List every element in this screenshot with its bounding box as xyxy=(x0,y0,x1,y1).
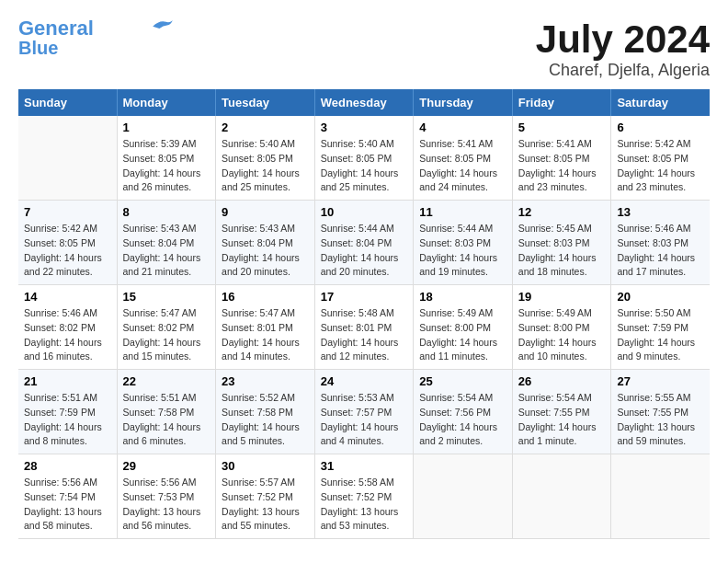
day-info: Sunrise: 5:46 AMSunset: 8:02 PMDaylight:… xyxy=(24,306,111,364)
day-cell xyxy=(414,454,513,539)
week-row-1: 1Sunrise: 5:39 AMSunset: 8:05 PMDaylight… xyxy=(18,116,710,201)
day-cell: 8Sunrise: 5:43 AMSunset: 8:04 PMDaylight… xyxy=(117,201,216,285)
day-cell: 14Sunrise: 5:46 AMSunset: 8:02 PMDayligh… xyxy=(18,285,117,370)
day-info: Sunrise: 5:41 AMSunset: 8:05 PMDaylight:… xyxy=(419,137,506,195)
day-info: Sunrise: 5:54 AMSunset: 7:55 PMDaylight:… xyxy=(518,391,606,449)
day-info: Sunrise: 5:54 AMSunset: 7:56 PMDaylight:… xyxy=(419,391,506,449)
calendar-table: SundayMondayTuesdayWednesdayThursdayFrid… xyxy=(18,89,710,539)
day-number: 27 xyxy=(617,374,704,388)
day-number: 20 xyxy=(617,290,704,304)
day-cell: 23Sunrise: 5:52 AMSunset: 7:58 PMDayligh… xyxy=(216,370,315,454)
weekday-header-saturday: Saturday xyxy=(611,89,710,116)
day-cell: 21Sunrise: 5:51 AMSunset: 7:59 PMDayligh… xyxy=(18,370,117,454)
weekday-header-row: SundayMondayTuesdayWednesdayThursdayFrid… xyxy=(18,89,710,116)
day-cell: 18Sunrise: 5:49 AMSunset: 8:00 PMDayligh… xyxy=(414,285,513,370)
day-number: 2 xyxy=(222,121,309,134)
day-cell: 16Sunrise: 5:47 AMSunset: 8:01 PMDayligh… xyxy=(216,285,315,370)
day-cell: 26Sunrise: 5:54 AMSunset: 7:55 PMDayligh… xyxy=(512,370,611,454)
weekday-header-tuesday: Tuesday xyxy=(216,89,315,116)
day-number: 3 xyxy=(321,121,408,134)
weekday-header-sunday: Sunday xyxy=(18,89,117,116)
day-cell: 15Sunrise: 5:47 AMSunset: 8:02 PMDayligh… xyxy=(117,285,216,370)
day-cell xyxy=(611,454,710,539)
day-number: 5 xyxy=(518,121,606,134)
day-cell: 12Sunrise: 5:45 AMSunset: 8:03 PMDayligh… xyxy=(512,201,611,285)
title-area: July 2024 Charef, Djelfa, Algeria xyxy=(536,18,710,80)
day-info: Sunrise: 5:44 AMSunset: 8:04 PMDaylight:… xyxy=(321,222,408,280)
day-number: 23 xyxy=(222,374,309,388)
day-info: Sunrise: 5:49 AMSunset: 8:00 PMDaylight:… xyxy=(518,306,606,364)
day-cell: 11Sunrise: 5:44 AMSunset: 8:03 PMDayligh… xyxy=(414,201,513,285)
day-info: Sunrise: 5:55 AMSunset: 7:55 PMDaylight:… xyxy=(617,391,704,449)
day-info: Sunrise: 5:56 AMSunset: 7:54 PMDaylight:… xyxy=(24,476,111,534)
week-row-3: 14Sunrise: 5:46 AMSunset: 8:02 PMDayligh… xyxy=(18,285,710,370)
day-number: 13 xyxy=(617,205,704,219)
day-info: Sunrise: 5:40 AMSunset: 8:05 PMDaylight:… xyxy=(321,137,408,195)
day-info: Sunrise: 5:43 AMSunset: 8:04 PMDaylight:… xyxy=(123,222,210,280)
day-info: Sunrise: 5:40 AMSunset: 8:05 PMDaylight:… xyxy=(222,137,309,195)
day-info: Sunrise: 5:56 AMSunset: 7:53 PMDaylight:… xyxy=(123,476,210,534)
day-info: Sunrise: 5:50 AMSunset: 7:59 PMDaylight:… xyxy=(617,306,704,364)
weekday-header-thursday: Thursday xyxy=(414,89,513,116)
day-info: Sunrise: 5:45 AMSunset: 8:03 PMDaylight:… xyxy=(518,222,606,280)
day-cell: 30Sunrise: 5:57 AMSunset: 7:52 PMDayligh… xyxy=(216,454,315,539)
day-number: 6 xyxy=(617,121,704,134)
day-cell: 29Sunrise: 5:56 AMSunset: 7:53 PMDayligh… xyxy=(117,454,216,539)
day-cell: 22Sunrise: 5:51 AMSunset: 7:58 PMDayligh… xyxy=(117,370,216,454)
day-info: Sunrise: 5:44 AMSunset: 8:03 PMDaylight:… xyxy=(419,222,506,280)
week-row-2: 7Sunrise: 5:42 AMSunset: 8:05 PMDaylight… xyxy=(18,201,710,285)
day-number: 19 xyxy=(518,290,606,304)
day-cell: 13Sunrise: 5:46 AMSunset: 8:03 PMDayligh… xyxy=(611,201,710,285)
day-cell: 5Sunrise: 5:41 AMSunset: 8:05 PMDaylight… xyxy=(512,116,611,201)
day-info: Sunrise: 5:43 AMSunset: 8:04 PMDaylight:… xyxy=(222,222,309,280)
day-number: 16 xyxy=(222,290,309,304)
day-number: 14 xyxy=(24,290,111,304)
day-info: Sunrise: 5:46 AMSunset: 8:03 PMDaylight:… xyxy=(617,222,704,280)
day-info: Sunrise: 5:51 AMSunset: 7:58 PMDaylight:… xyxy=(123,391,210,449)
day-number: 10 xyxy=(321,205,408,219)
day-cell: 2Sunrise: 5:40 AMSunset: 8:05 PMDaylight… xyxy=(216,116,315,201)
day-number: 31 xyxy=(321,459,408,473)
day-info: Sunrise: 5:51 AMSunset: 7:59 PMDaylight:… xyxy=(24,391,111,449)
day-cell: 20Sunrise: 5:50 AMSunset: 7:59 PMDayligh… xyxy=(611,285,710,370)
day-info: Sunrise: 5:47 AMSunset: 8:01 PMDaylight:… xyxy=(222,306,309,364)
day-cell: 7Sunrise: 5:42 AMSunset: 8:05 PMDaylight… xyxy=(18,201,117,285)
day-number: 29 xyxy=(123,459,210,473)
day-cell: 27Sunrise: 5:55 AMSunset: 7:55 PMDayligh… xyxy=(611,370,710,454)
logo: General Blue xyxy=(18,18,176,57)
page-header: General Blue July 2024 Charef, Djelfa, A… xyxy=(18,18,710,80)
day-cell: 17Sunrise: 5:48 AMSunset: 8:01 PMDayligh… xyxy=(314,285,414,370)
day-number: 24 xyxy=(321,374,408,388)
day-info: Sunrise: 5:41 AMSunset: 8:05 PMDaylight:… xyxy=(518,137,606,195)
weekday-header-wednesday: Wednesday xyxy=(314,89,414,116)
day-number: 11 xyxy=(419,205,506,219)
day-number: 15 xyxy=(123,290,210,304)
day-cell: 9Sunrise: 5:43 AMSunset: 8:04 PMDaylight… xyxy=(216,201,315,285)
day-cell: 28Sunrise: 5:56 AMSunset: 7:54 PMDayligh… xyxy=(18,454,117,539)
day-cell xyxy=(512,454,611,539)
day-number: 26 xyxy=(518,374,606,388)
weekday-header-friday: Friday xyxy=(512,89,611,116)
day-info: Sunrise: 5:47 AMSunset: 8:02 PMDaylight:… xyxy=(123,306,210,364)
day-info: Sunrise: 5:42 AMSunset: 8:05 PMDaylight:… xyxy=(24,222,111,280)
day-info: Sunrise: 5:39 AMSunset: 8:05 PMDaylight:… xyxy=(123,137,210,195)
day-cell: 19Sunrise: 5:49 AMSunset: 8:00 PMDayligh… xyxy=(512,285,611,370)
weekday-header-monday: Monday xyxy=(117,89,216,116)
day-number: 21 xyxy=(24,374,111,388)
day-number: 25 xyxy=(419,374,506,388)
day-cell: 25Sunrise: 5:54 AMSunset: 7:56 PMDayligh… xyxy=(414,370,513,454)
day-info: Sunrise: 5:48 AMSunset: 8:01 PMDaylight:… xyxy=(321,306,408,364)
week-row-5: 28Sunrise: 5:56 AMSunset: 7:54 PMDayligh… xyxy=(18,454,710,539)
day-number: 17 xyxy=(321,290,408,304)
day-cell: 10Sunrise: 5:44 AMSunset: 8:04 PMDayligh… xyxy=(314,201,414,285)
day-info: Sunrise: 5:49 AMSunset: 8:00 PMDaylight:… xyxy=(419,306,506,364)
week-row-4: 21Sunrise: 5:51 AMSunset: 7:59 PMDayligh… xyxy=(18,370,710,454)
month-title: July 2024 xyxy=(536,18,710,61)
day-info: Sunrise: 5:52 AMSunset: 7:58 PMDaylight:… xyxy=(222,391,309,449)
day-number: 7 xyxy=(24,205,111,219)
day-cell: 6Sunrise: 5:42 AMSunset: 8:05 PMDaylight… xyxy=(611,116,710,201)
day-cell: 4Sunrise: 5:41 AMSunset: 8:05 PMDaylight… xyxy=(414,116,513,201)
logo-bird-icon xyxy=(149,17,176,33)
day-number: 30 xyxy=(222,459,309,473)
day-number: 22 xyxy=(123,374,210,388)
